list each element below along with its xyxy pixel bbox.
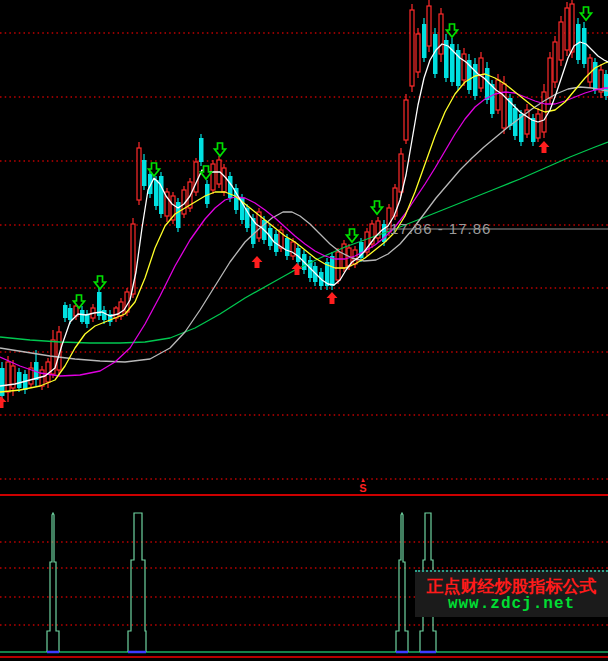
candle-body-down	[68, 308, 73, 320]
candle-body-up	[399, 154, 403, 192]
stock-chart-window: 17.86 - 17.86 ▲ S 正点财经炒股指标公式 www.zdcj.ne…	[0, 0, 608, 661]
candle-body-up	[559, 22, 563, 60]
buy-signal-arrow	[292, 263, 303, 275]
candle-body-down	[199, 138, 204, 162]
sell-signal-arrow	[347, 229, 358, 242]
indicator-spike	[47, 513, 59, 652]
indicator-spike	[396, 513, 408, 652]
candle-body-up	[570, 4, 574, 52]
sell-signal-arrow	[372, 201, 383, 214]
candle-body-down	[154, 180, 159, 206]
candle-body-up	[211, 164, 215, 190]
watermark-site-url: www.zdcj.net	[448, 596, 575, 612]
buy-signal-arrow	[252, 256, 263, 268]
sell-signal-arrow	[581, 7, 592, 20]
candle-body-up	[565, 8, 569, 50]
candle-body-up	[496, 80, 500, 110]
candle-body-down	[148, 174, 153, 194]
candle-body-down	[63, 305, 68, 318]
buy-signal-arrow	[0, 396, 7, 408]
buy-signal-arrow	[539, 141, 550, 153]
sell-signal-arrow	[95, 276, 106, 289]
candle-body-up	[6, 362, 10, 392]
sell-signal-arrow	[447, 24, 458, 37]
candle-body-down	[159, 176, 164, 214]
candle-body-down	[80, 310, 85, 322]
candle-body-up	[553, 42, 557, 82]
candle-body-up	[222, 168, 226, 192]
candle-body-up	[462, 54, 466, 80]
candle-body-up	[427, 6, 431, 46]
candle-body-down	[17, 372, 22, 388]
candle-body-up	[410, 10, 414, 86]
candle-body-up	[548, 58, 552, 98]
candle-body-up	[479, 58, 483, 88]
candle-body-up	[439, 14, 443, 54]
candle-body-up	[416, 34, 420, 72]
dollar-signal-marker: ▲ S	[356, 478, 370, 493]
candle-body-down	[604, 74, 608, 96]
candle-body-up	[588, 58, 592, 82]
current-price-label: 17.86 - 17.86	[390, 220, 491, 237]
candle-body-down	[176, 202, 181, 228]
candle-body-up	[119, 302, 123, 316]
candle-body-down	[485, 68, 490, 100]
sell-signal-arrow	[201, 166, 212, 179]
candle-body-down	[593, 62, 598, 90]
indicator-spike	[128, 513, 146, 652]
candle-body-down	[142, 160, 147, 186]
candle-body-up	[40, 370, 44, 386]
watermark: 正点财经炒股指标公式 www.zdcj.net	[415, 570, 608, 617]
candle-body-up	[404, 100, 408, 140]
candle-body-up	[536, 114, 540, 138]
dollar-marker-s: S	[356, 483, 370, 493]
candle-body-down	[330, 256, 335, 286]
candle-body-up	[137, 148, 141, 200]
sell-signal-arrow	[215, 143, 226, 156]
candle-body-up	[502, 84, 506, 128]
watermark-site-title: 正点财经炒股指标公式	[427, 577, 597, 596]
candle-body-down	[102, 310, 107, 320]
buy-signal-arrow	[327, 292, 338, 304]
candle-body-down	[422, 24, 427, 58]
candle-body-up	[336, 252, 340, 280]
candle-body-down	[582, 28, 587, 64]
chart-canvas[interactable]	[0, 0, 608, 661]
candle-body-down	[285, 238, 290, 256]
